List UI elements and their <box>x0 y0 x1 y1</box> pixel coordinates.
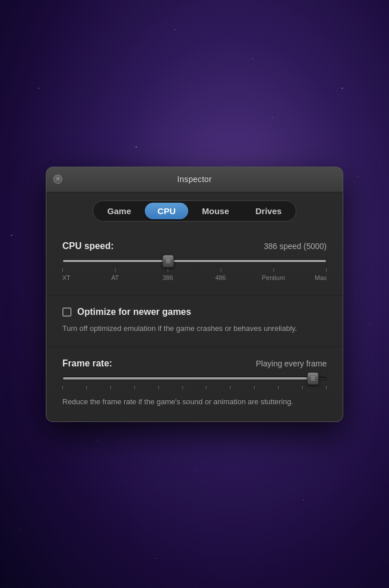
optimize-checkbox-row: Optimize for newer games <box>62 307 327 317</box>
optimize-checkbox[interactable] <box>62 307 72 317</box>
window-title: Inspector <box>177 175 212 184</box>
framerate-slider-container <box>62 377 327 380</box>
tick-mark-fr-1 <box>62 386 63 389</box>
tick-label-max: Max <box>315 274 327 281</box>
inspector-window: ✕ Inspector Game CPU Mouse Drives CPU sp… <box>46 167 343 422</box>
tick-label-at: AT <box>104 274 126 281</box>
tick-mark-max <box>326 269 327 272</box>
framerate-label: Frame rate: <box>62 358 112 369</box>
cpu-speed-slider-container <box>62 259 327 263</box>
tick-mark-fr-5 <box>158 386 159 389</box>
cpu-speed-slider-fill-right <box>171 260 326 262</box>
cpu-speed-header: CPU speed: 386 speed (5000) <box>62 241 327 251</box>
cpu-speed-slider-fill-left <box>63 260 165 262</box>
framerate-slider-fill <box>63 377 310 380</box>
framerate-slider-track[interactable] <box>62 377 327 380</box>
close-icon: ✕ <box>55 176 60 182</box>
tab-cpu[interactable]: CPU <box>145 203 188 219</box>
tick-mark-pentium <box>273 269 274 272</box>
tick-mark-fr-4 <box>134 386 135 389</box>
tick-mark-fr-10 <box>278 386 279 389</box>
tick-mark-486 <box>221 269 221 272</box>
cpu-speed-slider-track[interactable] <box>62 259 327 263</box>
tick-mark-fr-12 <box>326 386 327 389</box>
tick-label-pentium: Pentium <box>262 274 285 281</box>
tab-mouse[interactable]: Mouse <box>189 203 242 219</box>
framerate-value: Playing every frame <box>256 359 327 368</box>
framerate-description: Reduce the frame rate if the game's soun… <box>62 396 327 408</box>
optimize-label: Optimize for newer games <box>77 307 191 317</box>
cpu-speed-tick-marks <box>62 269 327 272</box>
optimize-section: Optimize for newer games Turn off optimi… <box>46 295 343 347</box>
tick-mark-fr-3 <box>110 386 111 389</box>
tick-label-486: 486 <box>209 274 232 281</box>
framerate-tick-marks <box>62 386 327 395</box>
tick-mark-at <box>115 269 116 272</box>
cpu-speed-tick-labels: XT AT 386 486 Pentium Max <box>62 273 327 281</box>
tick-label-xt: XT <box>62 274 74 281</box>
tick-mark-xt <box>62 269 63 272</box>
tick-mark-fr-6 <box>182 386 183 389</box>
tick-mark-fr-7 <box>206 386 207 389</box>
cpu-speed-label: CPU speed: <box>62 241 114 251</box>
tab-group: Game CPU Mouse Drives <box>93 200 297 222</box>
framerate-section: Frame rate: Playing every frame Reduce t… <box>46 346 343 421</box>
tick-mark-fr-9 <box>254 386 255 389</box>
tick-mark-fr-8 <box>230 386 231 389</box>
tick-mark-386 <box>168 269 168 272</box>
tab-bar: Game CPU Mouse Drives <box>46 192 343 230</box>
cpu-speed-value: 386 speed (5000) <box>264 242 327 251</box>
close-button[interactable]: ✕ <box>53 175 62 184</box>
framerate-header: Frame rate: Playing every frame <box>62 358 327 369</box>
framerate-slider-thumb[interactable] <box>307 372 319 385</box>
optimize-description: Turn off optimized emulation if the game… <box>62 323 327 334</box>
tab-drives[interactable]: Drives <box>243 203 295 219</box>
tick-mark-fr-11 <box>302 386 303 389</box>
tab-game[interactable]: Game <box>95 203 144 219</box>
cpu-speed-slider-thumb[interactable] <box>162 255 174 267</box>
tick-mark-fr-2 <box>86 386 87 389</box>
title-bar: ✕ Inspector <box>46 167 343 192</box>
tick-label-386: 386 <box>156 274 179 281</box>
cpu-speed-section: CPU speed: 386 speed (5000) XT AT 386 48… <box>46 230 343 295</box>
